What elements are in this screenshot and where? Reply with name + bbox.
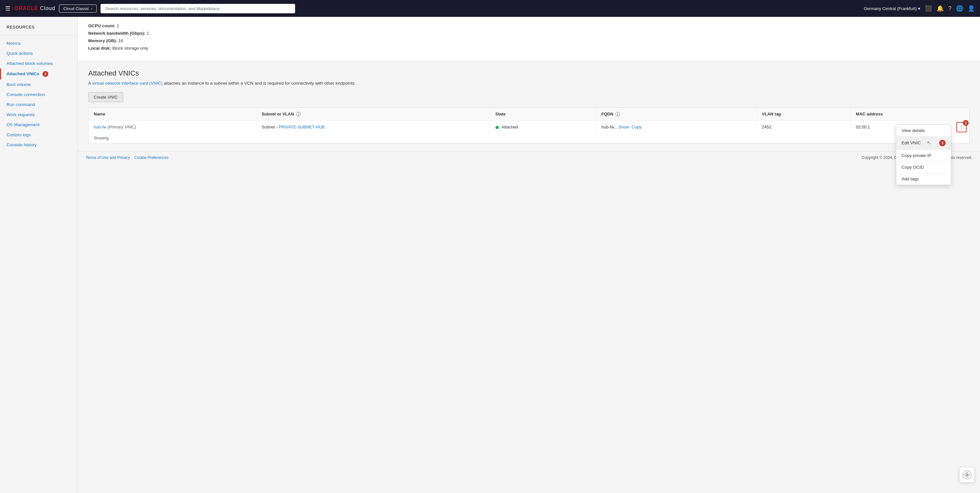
fqdn-copy-link[interactable]: Copy xyxy=(632,124,641,129)
subnet-link[interactable]: PRIVATE-SUBNET-HUB xyxy=(278,124,325,129)
col-fqdn: FQDN i xyxy=(596,108,757,121)
user-icon[interactable]: 👤 xyxy=(968,5,975,12)
region-selector[interactable]: Germany Central (Frankfurt) ▾ xyxy=(864,6,920,11)
info-row-ocpu: OCPU count: 1 xyxy=(88,23,970,28)
dropdown-copy-private-ip[interactable]: Copy private IP xyxy=(896,150,951,161)
help-button[interactable] xyxy=(959,467,975,483)
sidebar-item-custom-logs[interactable]: Custom logs xyxy=(0,130,78,140)
cloud-classic-button[interactable]: Cloud Classic › xyxy=(59,5,97,13)
main-content: OCPU count: 1 Network bandwidth (Gbps): … xyxy=(78,17,980,493)
ocpu-label: OCPU count: xyxy=(88,23,115,28)
info-row-memory: Memory (GB): 16 xyxy=(88,38,970,43)
col-name: Name xyxy=(89,108,256,121)
cell-subnet: Subnet - PRIVATE-SUBNET-HUB xyxy=(256,121,490,134)
info-row-local-disk: Local disk: Block storage only xyxy=(88,46,970,51)
dropdown-view-details[interactable]: View details xyxy=(896,125,951,136)
vnics-table: Name Subnet or VLAN i State FQDN xyxy=(89,108,969,133)
col-vlan-tag: VLAN tag xyxy=(757,108,851,121)
cell-mac-address: 02:00:1 ⋮ 2 xyxy=(851,121,969,134)
vnics-table-container: Name Subnet or VLAN i State FQDN xyxy=(88,107,970,143)
svg-point-8 xyxy=(965,476,966,477)
svg-point-5 xyxy=(966,477,968,478)
oracle-logo: ORACLE Cloud xyxy=(14,5,55,11)
vnic-name-link[interactable]: hub-fw xyxy=(94,124,107,129)
attached-vnics-section: Attached VNICs A virtual network interfa… xyxy=(78,61,980,151)
row-actions-dropdown: View details Edit VNIC ↖ 3 xyxy=(896,124,951,185)
row-actions-button[interactable]: ⋮ 2 xyxy=(956,122,967,132)
sidebar-item-boot-volume[interactable]: Boot volume xyxy=(0,80,78,89)
cursor-icon: ↖ xyxy=(927,140,931,146)
hamburger-icon[interactable]: ☰ xyxy=(5,5,10,12)
subnet-info-icon[interactable]: i xyxy=(296,112,301,116)
vnic-link[interactable]: virtual network interface card (VNIC) xyxy=(92,81,163,86)
local-disk-label: Local disk: xyxy=(88,46,111,51)
sidebar-item-work-requests[interactable]: Work requests xyxy=(0,110,78,120)
cell-fqdn: hub-fw... Show Copy xyxy=(596,121,757,134)
dropdown-copy-ocid[interactable]: Copy OCID xyxy=(896,162,951,173)
cell-name: hub-fw (Primary VNIC) xyxy=(89,121,256,134)
network-value: 1 xyxy=(146,31,149,36)
showing-text: Showing xyxy=(89,133,969,143)
page-footer: Terms of Use and Privacy Cookie Preferen… xyxy=(78,151,980,164)
svg-point-7 xyxy=(968,473,969,474)
search-input[interactable] xyxy=(100,4,295,13)
cloud-text: Cloud xyxy=(40,5,56,11)
info-panel: OCPU count: 1 Network bandwidth (Gbps): … xyxy=(78,17,980,61)
sidebar-item-console-connection[interactable]: Console connection xyxy=(0,89,78,100)
local-disk-value: Block storage only xyxy=(113,46,148,51)
page-layout: Resources Metrics Quick actions Attached… xyxy=(0,17,980,493)
section-title: Attached VNICs xyxy=(88,69,970,78)
sidebar-item-quick-actions[interactable]: Quick actions xyxy=(0,48,78,58)
status-text: Attached xyxy=(501,124,518,129)
globe-icon[interactable]: 🌐 xyxy=(956,5,963,12)
table-row: hub-fw (Primary VNIC) Subnet - PRIVATE-S… xyxy=(89,121,969,134)
sidebar-item-console-history[interactable]: Console history xyxy=(0,140,78,150)
dropdown-edit-vnic[interactable]: Edit VNIC ↖ 3 xyxy=(896,137,951,149)
cookie-link[interactable]: Cookie Preferences xyxy=(134,155,168,160)
vnics-badge: 1 xyxy=(43,71,48,77)
header: ☰ ORACLE Cloud Cloud Classic › Germany C… xyxy=(0,0,980,17)
table-header-row: Name Subnet or VLAN i State FQDN xyxy=(89,108,969,121)
sidebar: Resources Metrics Quick actions Attached… xyxy=(0,17,78,493)
sidebar-item-run-command[interactable]: Run command xyxy=(0,100,78,110)
svg-point-4 xyxy=(966,472,968,473)
action-badge-2: 2 xyxy=(963,120,969,126)
terms-link[interactable]: Terms of Use and Privacy xyxy=(86,155,130,160)
info-row-network: Network bandwidth (Gbps): 1 xyxy=(88,31,970,36)
sidebar-item-attached-vnics[interactable]: Attached VNICs 1 xyxy=(0,68,78,80)
edit-vnic-badge: 3 xyxy=(939,140,946,146)
svg-point-6 xyxy=(965,473,966,474)
ocpu-value: 1 xyxy=(117,23,119,28)
col-subnet: Subnet or VLAN i xyxy=(256,108,490,121)
fqdn-show-link[interactable]: Show xyxy=(619,124,629,129)
fqdn-prefix: hub-fw... xyxy=(601,124,617,129)
col-mac-address: MAC address xyxy=(851,108,969,121)
section-description: A virtual network interface card (VNIC) … xyxy=(88,81,970,86)
svg-point-2 xyxy=(964,474,966,476)
oracle-text: ORACLE xyxy=(14,5,38,11)
svg-point-1 xyxy=(966,474,968,476)
help-icon[interactable]: ? xyxy=(948,5,951,12)
sidebar-item-os-management[interactable]: OS Management xyxy=(0,120,78,130)
vnic-primary-label: (Primary VNIC) xyxy=(108,124,136,129)
svg-point-3 xyxy=(969,474,970,476)
console-icon[interactable]: ⬛ xyxy=(925,5,932,12)
bell-icon[interactable]: 🔔 xyxy=(937,5,944,12)
sidebar-item-attached-block-volumes[interactable]: Attached block volumes xyxy=(0,58,78,68)
sidebar-section-title: Resources xyxy=(0,25,78,33)
footer-left: Terms of Use and Privacy Cookie Preferen… xyxy=(86,155,168,160)
col-state: State xyxy=(490,108,596,121)
header-right: Germany Central (Frankfurt) ▾ ⬛ 🔔 ? 🌐 👤 xyxy=(864,5,975,12)
dropdown-add-tags[interactable]: Add tags xyxy=(896,173,951,184)
fqdn-info-icon[interactable]: i xyxy=(616,112,620,116)
svg-point-9 xyxy=(968,476,969,477)
status-dot-green xyxy=(495,126,499,129)
memory-label: Memory (GB): xyxy=(88,38,117,43)
network-label: Network bandwidth (Gbps): xyxy=(88,31,145,36)
cell-state: Attached xyxy=(490,121,596,134)
create-vnic-button[interactable]: Create VNIC xyxy=(88,92,123,102)
cell-vlan-tag: 2452 xyxy=(757,121,851,134)
memory-value: 16 xyxy=(118,38,123,43)
sidebar-item-metrics[interactable]: Metrics xyxy=(0,38,78,48)
